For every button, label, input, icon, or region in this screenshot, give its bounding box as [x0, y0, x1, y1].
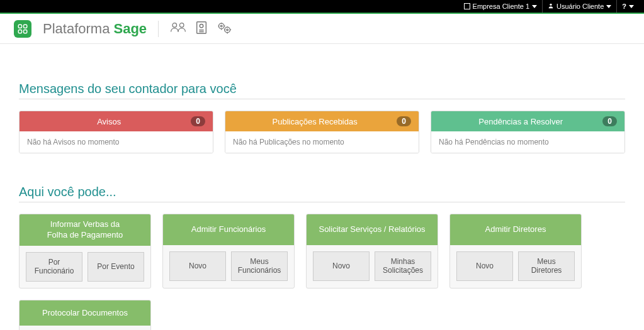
svg-point-9	[219, 23, 225, 29]
company-name: Empresa Cliente 1	[473, 3, 530, 10]
settings-icon[interactable]	[217, 21, 232, 37]
msg-card-avisos: Avisos 0 Não há Avisos no momento	[19, 111, 213, 153]
svg-rect-1	[18, 25, 21, 28]
action-card-admitir-dir: Admitir Diretores Novo Meus Diretores	[449, 214, 582, 289]
btn-novo[interactable]: Novo	[169, 251, 226, 281]
btn-novo[interactable]: Novo	[456, 251, 513, 281]
msg-body: Não há Publicações no momento	[225, 131, 419, 153]
chevron-down-icon	[629, 5, 634, 8]
messages-row: Avisos 0 Não há Avisos no momento Public…	[19, 111, 625, 153]
svg-point-10	[221, 25, 223, 27]
svg-point-0	[550, 4, 551, 6]
document-icon[interactable]	[195, 21, 208, 37]
msg-head-pendencias[interactable]: Pendências a Resolver 0	[431, 111, 624, 131]
btn-meus-diretores[interactable]: Meus Diretores	[518, 251, 575, 281]
svg-point-5	[172, 23, 177, 27]
main: Mensagens do seu contador para você Avis…	[0, 44, 644, 330]
msg-body: Não há Pendências no momento	[431, 131, 624, 153]
help-icon: ?	[622, 3, 626, 10]
msg-card-publicacoes: Publicações Recebidas 0 Não há Publicaçõ…	[225, 111, 419, 153]
header-icons	[170, 21, 232, 37]
people-icon[interactable]	[170, 21, 186, 36]
btn-por-evento[interactable]: Por Evento	[88, 252, 144, 282]
btn-por-funcionario[interactable]: Por Funcionário	[26, 252, 82, 282]
msg-title: Avisos	[27, 117, 191, 126]
logo-badge	[14, 20, 31, 38]
svg-point-6	[180, 23, 184, 27]
count-badge: 0	[602, 116, 617, 126]
user-name: Usuário Cliente	[556, 3, 604, 10]
chevron-down-icon	[606, 5, 611, 8]
btn-minhas-solicitacoes[interactable]: Minhas Solicitações	[375, 251, 431, 281]
action-head: Admitir Diretores	[450, 214, 581, 245]
btn-novo[interactable]: Novo	[313, 251, 370, 281]
msg-title: Pendências a Resolver	[439, 117, 602, 126]
msg-head-publicacoes[interactable]: Publicações Recebidas 0	[225, 111, 419, 131]
user-menu[interactable]: Usuário Cliente	[542, 0, 616, 13]
count-badge: 0	[191, 116, 205, 126]
svg-rect-4	[24, 30, 27, 33]
user-icon	[548, 3, 554, 10]
svg-rect-2	[24, 25, 27, 28]
actions-title: Aqui você pode...	[19, 185, 625, 202]
topbar: Empresa Cliente 1 Usuário Cliente ?	[0, 0, 644, 14]
actions-row-1: Informar Verbas da Folha de Pagamento Po…	[19, 214, 625, 289]
chevron-down-icon	[532, 5, 537, 8]
msg-head-avisos[interactable]: Avisos 0	[20, 111, 213, 131]
action-head: Admitir Funcionários	[163, 214, 294, 245]
actions-row-2: Protocolar Documentos Novo Pesquisar	[19, 300, 625, 330]
action-card-protocolar: Protocolar Documentos Novo Pesquisar	[19, 300, 151, 330]
count-badge: 0	[397, 116, 411, 126]
action-card-admitir-func: Admitir Funcionários Novo Meus Funcionár…	[162, 214, 295, 289]
company-icon	[464, 3, 470, 9]
logo-text-1: Plataforma	[43, 21, 114, 36]
header: Plataforma Sage	[0, 14, 644, 44]
action-head: Informar Verbas da Folha de Pagamento	[20, 214, 150, 246]
btn-meus-funcionarios[interactable]: Meus Funcionários	[231, 251, 288, 281]
logo-text-2: Sage	[114, 21, 147, 36]
action-head: Protocolar Documentos	[20, 300, 150, 326]
company-selector[interactable]: Empresa Cliente 1	[459, 0, 543, 13]
svg-point-12	[227, 29, 229, 31]
action-card-solicitar: Solicitar Serviços / Relatórios Novo Min…	[306, 214, 438, 289]
svg-point-11	[225, 27, 230, 33]
divider	[158, 21, 159, 37]
msg-body: Não há Avisos no momento	[20, 131, 213, 153]
svg-point-8	[200, 24, 203, 28]
svg-rect-3	[18, 30, 21, 33]
action-head: Solicitar Serviços / Relatórios	[307, 214, 438, 245]
msg-card-pendencias: Pendências a Resolver 0 Não há Pendência…	[431, 111, 625, 153]
messages-title: Mensagens do seu contador para você	[19, 82, 625, 99]
logo-text: Plataforma Sage	[43, 21, 147, 37]
msg-title: Publicações Recebidas	[233, 117, 397, 126]
help-menu[interactable]: ?	[616, 0, 639, 13]
action-card-verbas: Informar Verbas da Folha de Pagamento Po…	[19, 214, 151, 289]
